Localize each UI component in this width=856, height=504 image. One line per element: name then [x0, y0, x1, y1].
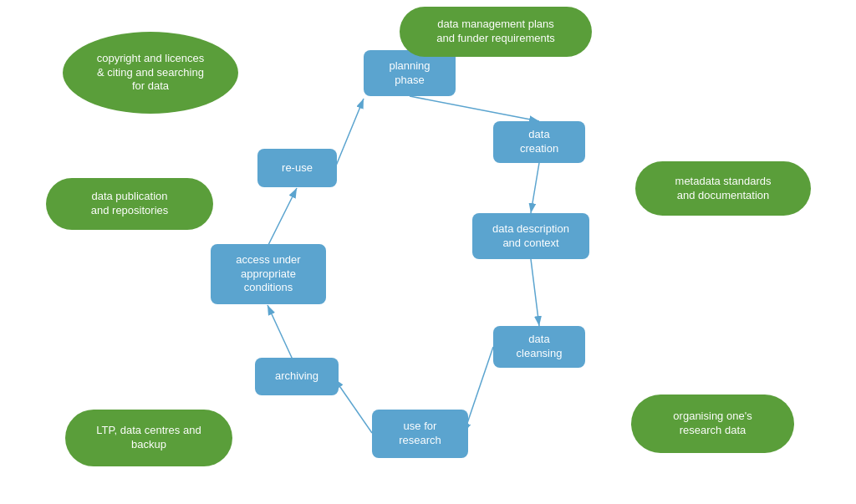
- diagram: planningphase datacreation data descript…: [0, 0, 856, 504]
- svg-line-4: [531, 259, 539, 326]
- svg-line-8: [268, 188, 297, 247]
- planning-box: planningphase: [364, 50, 456, 96]
- metadata-bubble: metadata standardsand documentation: [635, 161, 811, 216]
- data-description-box: data descriptionand context: [472, 213, 589, 259]
- data-mgmt-bubble: data management plansand funder requirem…: [400, 7, 592, 57]
- reuse-box: re-use: [257, 149, 337, 187]
- data-creation-box: datacreation: [493, 121, 585, 163]
- use-for-research-box: use forresearch: [372, 410, 468, 458]
- ltp-bubble: LTP, data centres andbackup: [65, 410, 232, 466]
- svg-line-9: [334, 99, 364, 170]
- svg-line-7: [268, 305, 293, 359]
- svg-line-6: [334, 379, 372, 433]
- organising-bubble: organising one'sresearch data: [631, 395, 794, 453]
- data-cleansing-box: datacleansing: [493, 326, 585, 368]
- svg-line-3: [531, 163, 539, 213]
- access-box: access underappropriateconditions: [211, 244, 326, 304]
- data-pub-bubble: data publicationand repositories: [46, 178, 213, 230]
- svg-line-5: [464, 347, 493, 433]
- archiving-box: archiving: [255, 358, 339, 395]
- copyright-bubble: copyright and licences& citing and searc…: [63, 32, 238, 114]
- svg-line-2: [410, 96, 539, 121]
